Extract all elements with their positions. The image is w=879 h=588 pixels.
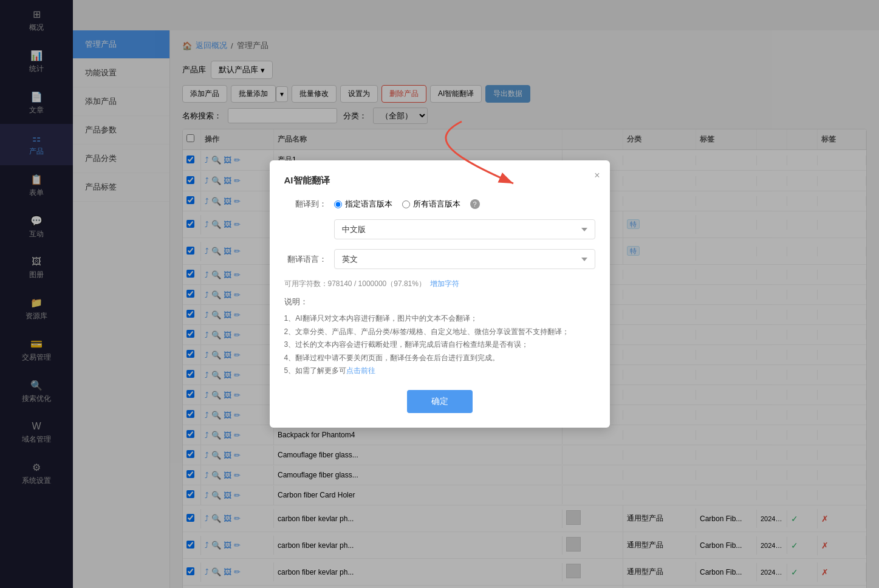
radio-all-label: 所有语言版本 bbox=[413, 199, 460, 210]
modal-footer: 确定 bbox=[284, 390, 595, 413]
notes-title: 说明： bbox=[284, 296, 595, 307]
translate-lang-select-wrapper: 英文 bbox=[334, 249, 595, 269]
confirm-button[interactable]: 确定 bbox=[407, 390, 473, 413]
language-version-select[interactable]: 中文版 bbox=[334, 219, 595, 239]
note-item: 5、如需了解更多可点击前往 bbox=[284, 364, 595, 378]
radio-specific-input[interactable] bbox=[334, 200, 342, 208]
help-icon: ? bbox=[470, 199, 480, 209]
translate-radio-group: 指定语言版本 所有语言版本 ? bbox=[334, 199, 480, 210]
modal-title: AI智能翻译 bbox=[284, 175, 595, 186]
modal-overlay[interactable]: AI智能翻译 × 翻译到： 指定语言版本 所有语言版本 ? bbox=[0, 0, 879, 588]
translate-lang-select[interactable]: 英文 bbox=[334, 249, 595, 269]
click-link[interactable]: 点击前往 bbox=[346, 366, 375, 375]
radio-all-input[interactable] bbox=[402, 200, 410, 208]
notes-list: 1、AI翻译只对文本内容进行翻译，图片中的文本不会翻译； 2、文章分类、产品库、… bbox=[284, 312, 595, 378]
ai-translate-modal: AI智能翻译 × 翻译到： 指定语言版本 所有语言版本 ? bbox=[270, 160, 610, 428]
char-count: 可用字符数：978140 / 1000000（97.81%） 增加字符 bbox=[284, 279, 595, 289]
radio-all[interactable]: 所有语言版本 bbox=[402, 199, 460, 210]
translate-lang-label: 翻译语言： bbox=[284, 254, 327, 265]
add-chars-link[interactable]: 增加字符 bbox=[430, 279, 459, 288]
note-item: 2、文章分类、产品库、产品分类/标签/规格、自定义地址、微信分享设置暂不支持翻译… bbox=[284, 326, 595, 339]
modal-close-button[interactable]: × bbox=[594, 170, 600, 181]
translate-to-label: 翻译到： bbox=[284, 199, 327, 210]
note-item: 3、过长的文本内容会进行截断处理，翻译完成后请自行检查结果是否有误； bbox=[284, 338, 595, 352]
language-version-row: 中文版 bbox=[284, 219, 595, 239]
translate-lang-row: 翻译语言： 英文 bbox=[284, 249, 595, 269]
note-item: 1、AI翻译只对文本内容进行翻译，图片中的文本不会翻译； bbox=[284, 312, 595, 326]
language-version-select-wrapper: 中文版 bbox=[334, 219, 595, 239]
radio-specific[interactable]: 指定语言版本 bbox=[334, 199, 392, 210]
translate-to-row: 翻译到： 指定语言版本 所有语言版本 ? bbox=[284, 199, 595, 210]
radio-specific-label: 指定语言版本 bbox=[345, 199, 392, 210]
note-item: 4、翻译过程中请不要关闭页面，翻译任务会在后台进行直到完成。 bbox=[284, 352, 595, 365]
